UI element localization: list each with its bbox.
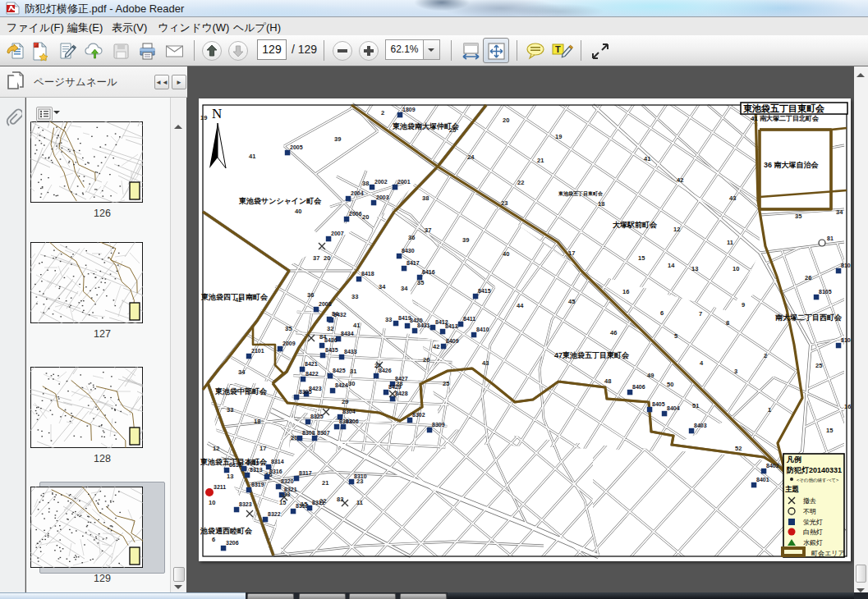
svg-text:23: 23 bbox=[501, 199, 507, 207]
svg-text:9: 9 bbox=[742, 301, 745, 309]
svg-text:不明: 不明 bbox=[803, 508, 816, 515]
svg-text:8406: 8406 bbox=[632, 384, 645, 390]
svg-text:41 南大塚二丁目北町会: 41 南大塚二丁目北町会 bbox=[751, 115, 820, 122]
svg-text:36: 36 bbox=[307, 291, 314, 299]
svg-text:2001: 2001 bbox=[397, 179, 411, 185]
svg-text:14: 14 bbox=[668, 262, 675, 269]
svg-text:8429: 8429 bbox=[388, 384, 402, 390]
svg-text:8323: 8323 bbox=[239, 501, 252, 507]
svg-text:8413: 8413 bbox=[445, 323, 458, 329]
svg-text:17: 17 bbox=[259, 445, 266, 452]
svg-text:8321: 8321 bbox=[284, 487, 297, 492]
svg-text:8312: 8312 bbox=[296, 503, 309, 509]
svg-text:8411: 8411 bbox=[463, 316, 475, 322]
svg-text:39: 39 bbox=[462, 236, 469, 244]
svg-text:26: 26 bbox=[423, 356, 429, 364]
svg-text:8415: 8415 bbox=[478, 288, 491, 294]
svg-text:39: 39 bbox=[334, 135, 341, 143]
svg-text:2006: 2006 bbox=[349, 211, 362, 217]
svg-text:38: 38 bbox=[362, 180, 369, 187]
svg-text:8311: 8311 bbox=[312, 500, 324, 505]
svg-text:43: 43 bbox=[482, 359, 489, 367]
svg-text:6: 6 bbox=[212, 536, 215, 543]
svg-text:34: 34 bbox=[238, 368, 246, 376]
svg-text:8403: 8403 bbox=[694, 423, 707, 428]
svg-text:8305: 8305 bbox=[299, 389, 312, 395]
svg-text:84: 84 bbox=[332, 311, 338, 317]
svg-text:東池袋四丁目南町会: 東池袋四丁目南町会 bbox=[200, 293, 269, 301]
svg-text:2: 2 bbox=[764, 352, 767, 359]
svg-text:49: 49 bbox=[647, 372, 654, 379]
svg-text:8322: 8322 bbox=[268, 511, 281, 517]
svg-text:8410: 8410 bbox=[476, 327, 489, 332]
svg-text:33: 33 bbox=[351, 293, 358, 300]
svg-text:7: 7 bbox=[699, 310, 702, 318]
svg-text:37: 37 bbox=[313, 254, 319, 262]
svg-text:41: 41 bbox=[249, 153, 255, 160]
svg-text:8314: 8314 bbox=[271, 459, 284, 464]
svg-text:30: 30 bbox=[348, 380, 355, 387]
svg-text:16: 16 bbox=[844, 403, 851, 410]
svg-text:13: 13 bbox=[691, 265, 698, 272]
svg-text:8325: 8325 bbox=[310, 414, 324, 419]
svg-text:41: 41 bbox=[644, 155, 650, 162]
svg-text:2005: 2005 bbox=[290, 144, 303, 150]
svg-text:8320: 8320 bbox=[281, 478, 294, 484]
svg-text:3206: 3206 bbox=[226, 540, 239, 546]
svg-text:17: 17 bbox=[568, 249, 575, 257]
svg-text:撤去: 撤去 bbox=[803, 497, 816, 505]
svg-text:8431: 8431 bbox=[417, 322, 430, 328]
svg-text:8404: 8404 bbox=[667, 405, 680, 411]
svg-text:8302: 8302 bbox=[412, 412, 425, 418]
svg-text:35: 35 bbox=[285, 325, 292, 332]
svg-text:8428: 8428 bbox=[395, 391, 408, 396]
svg-text:32: 32 bbox=[327, 325, 333, 332]
svg-text:33: 33 bbox=[227, 406, 233, 414]
svg-text:50: 50 bbox=[667, 381, 673, 388]
svg-text:45: 45 bbox=[568, 298, 575, 305]
svg-text:8424: 8424 bbox=[335, 382, 348, 388]
svg-text:8308: 8308 bbox=[302, 430, 315, 436]
svg-text:8105: 8105 bbox=[819, 289, 832, 295]
svg-text:池袋通西睦町会: 池袋通西睦町会 bbox=[200, 527, 253, 535]
svg-text:主題: 主題 bbox=[785, 485, 800, 493]
svg-text:2: 2 bbox=[381, 109, 384, 117]
svg-text:51: 51 bbox=[692, 402, 699, 409]
svg-text:43: 43 bbox=[729, 194, 736, 202]
svg-text:20: 20 bbox=[291, 434, 297, 441]
svg-text:10: 10 bbox=[733, 265, 739, 272]
svg-text:8: 8 bbox=[726, 319, 729, 327]
svg-text:42: 42 bbox=[433, 343, 439, 350]
svg-text:25: 25 bbox=[443, 380, 449, 387]
svg-text:8307: 8307 bbox=[317, 430, 330, 436]
svg-text:凡例: 凡例 bbox=[786, 455, 801, 464]
svg-text:48: 48 bbox=[604, 377, 611, 385]
svg-text:36: 36 bbox=[408, 234, 415, 241]
svg-text:2003: 2003 bbox=[376, 194, 389, 200]
svg-text:40: 40 bbox=[503, 250, 509, 258]
svg-text:T: T bbox=[555, 44, 561, 54]
svg-text:10: 10 bbox=[209, 499, 215, 506]
svg-text:8425: 8425 bbox=[333, 368, 346, 373]
svg-text:18: 18 bbox=[598, 200, 604, 208]
svg-text:白熱灯: 白熱灯 bbox=[803, 528, 823, 536]
svg-text:2101: 2101 bbox=[251, 348, 264, 354]
svg-text:33: 33 bbox=[385, 316, 392, 323]
svg-text:35: 35 bbox=[795, 213, 801, 220]
svg-text:16: 16 bbox=[622, 288, 629, 295]
svg-text:20: 20 bbox=[324, 254, 330, 262]
svg-text:東池袋サンシャイン町会: 東池袋サンシャイン町会 bbox=[238, 197, 322, 205]
svg-text:8433: 8433 bbox=[344, 349, 357, 354]
svg-text:町会エリア: 町会エリア bbox=[811, 550, 845, 557]
svg-text:18: 18 bbox=[254, 418, 260, 425]
svg-text:20: 20 bbox=[503, 117, 509, 124]
svg-text:防犯灯20140331: 防犯灯20140331 bbox=[787, 466, 842, 474]
svg-text:8401: 8401 bbox=[756, 477, 769, 482]
svg-text:2008: 2008 bbox=[319, 301, 332, 307]
svg-text:蛍光灯: 蛍光灯 bbox=[803, 519, 823, 526]
svg-text:34: 34 bbox=[379, 283, 386, 290]
svg-text:15: 15 bbox=[826, 427, 833, 434]
svg-text:31: 31 bbox=[350, 368, 356, 375]
svg-text:8409: 8409 bbox=[446, 338, 459, 344]
svg-text:20: 20 bbox=[362, 213, 369, 221]
